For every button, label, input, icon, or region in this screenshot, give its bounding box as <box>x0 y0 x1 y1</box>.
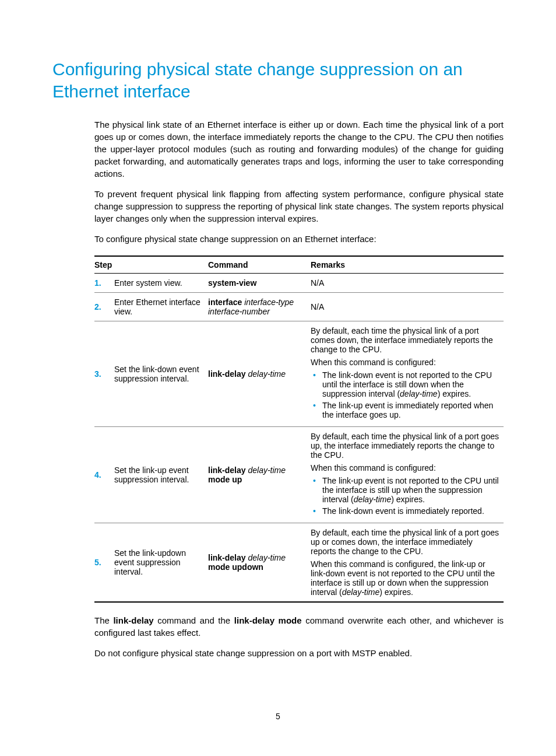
cmd-bold: link-delay <box>208 369 246 379</box>
outro-p1: The link-delay command and the link-dela… <box>94 614 504 639</box>
page: Configuring physical state change suppre… <box>0 0 556 756</box>
remark-p: By default, each time the physical link … <box>311 528 500 556</box>
intro-block: The physical link state of an Ethernet i… <box>94 118 504 245</box>
cmd-italic: delay-time <box>248 369 286 379</box>
remark-p: When this command is configured, the lin… <box>311 559 500 597</box>
remark-italic: delay-time <box>400 389 438 398</box>
cmd-bold: system-view <box>208 278 256 288</box>
table-row: 4. Set the link-up event suppression int… <box>94 427 504 523</box>
remark-p: When this command is configured: <box>311 358 500 367</box>
table-row: 2. Enter Ethernet interface view. interf… <box>94 293 504 321</box>
step-desc: Set the link-up event suppression interv… <box>114 427 208 523</box>
step-desc: Set the link-updown event suppression in… <box>114 523 208 603</box>
remark-bullet: The link-down event is immediately repor… <box>311 506 500 516</box>
step-cmd: link-delay delay-time mode updown <box>208 523 311 603</box>
step-num: 1. <box>94 274 114 293</box>
remark-italic: delay-time <box>342 587 380 597</box>
step-remarks: By default, each time the physical link … <box>311 523 504 603</box>
cmd-bold: link-delay <box>208 466 246 475</box>
intro-p2: To prevent frequent physical link flappi… <box>94 188 504 225</box>
steps-table: Step Command Remarks 1. Enter system vie… <box>94 256 504 603</box>
cmd-bold: interface <box>208 298 242 307</box>
outro-bold: link-delay mode <box>234 615 302 625</box>
table-row: 5. Set the link-updown event suppression… <box>94 523 504 603</box>
cmd-italic: delay-time <box>248 466 286 475</box>
remark-p: By default, each time the physical link … <box>311 432 500 460</box>
intro-p1: The physical link state of an Ethernet i… <box>94 118 504 180</box>
remark-bullet: The link-up event is immediately reporte… <box>311 401 500 419</box>
remark-text: ) expires. <box>438 389 471 398</box>
step-num: 4. <box>94 427 114 523</box>
remark-bullet: The link-up event is not reported to the… <box>311 476 500 504</box>
outro-text: command and the <box>154 615 234 625</box>
step-cmd: link-delay delay-time mode up <box>208 427 311 523</box>
outro-bold: link-delay <box>113 615 153 625</box>
intro-p3: To configure physical state change suppr… <box>94 233 504 245</box>
page-number: 5 <box>0 712 556 721</box>
cmd-bold: mode up <box>208 475 242 484</box>
step-num: 5. <box>94 523 114 603</box>
step-remarks: By default, each time the physical link … <box>311 321 504 427</box>
cmd-bold: mode updown <box>208 562 263 572</box>
cmd-bold: link-delay <box>208 553 246 562</box>
outro-p2: Do not configure physical state change s… <box>94 647 504 659</box>
remark-text: ) expires. <box>379 587 413 597</box>
remark-bullet: The link-down event is not reported to t… <box>311 370 500 398</box>
outro-block: The link-delay command and the link-dela… <box>94 614 504 659</box>
th-remarks: Remarks <box>311 256 504 274</box>
page-title: Configuring physical state change suppre… <box>52 58 504 102</box>
step-num: 3. <box>94 321 114 427</box>
outro-text: The <box>94 615 113 625</box>
remark-italic: delay-time <box>354 495 392 504</box>
step-desc: Enter system view. <box>114 274 208 293</box>
step-cmd: system-view <box>208 274 311 293</box>
th-step: Step <box>94 256 208 274</box>
remark-p: When this command is configured: <box>311 463 500 473</box>
remark-p: By default, each time the physical link … <box>311 326 500 354</box>
step-remarks: By default, each time the physical link … <box>311 427 504 523</box>
step-cmd: link-delay delay-time <box>208 321 311 427</box>
step-cmd: interface interface-type interface-numbe… <box>208 293 311 321</box>
step-remarks: N/A <box>311 274 504 293</box>
step-desc: Set the link-down event suppression inte… <box>114 321 208 427</box>
step-desc: Enter Ethernet interface view. <box>114 293 208 321</box>
th-command: Command <box>208 256 311 274</box>
table-row: 1. Enter system view. system-view N/A <box>94 274 504 293</box>
table-row: 3. Set the link-down event suppression i… <box>94 321 504 427</box>
step-num: 2. <box>94 293 114 321</box>
step-remarks: N/A <box>311 293 504 321</box>
remark-text: ) expires. <box>391 495 425 504</box>
cmd-italic: delay-time <box>248 553 286 562</box>
